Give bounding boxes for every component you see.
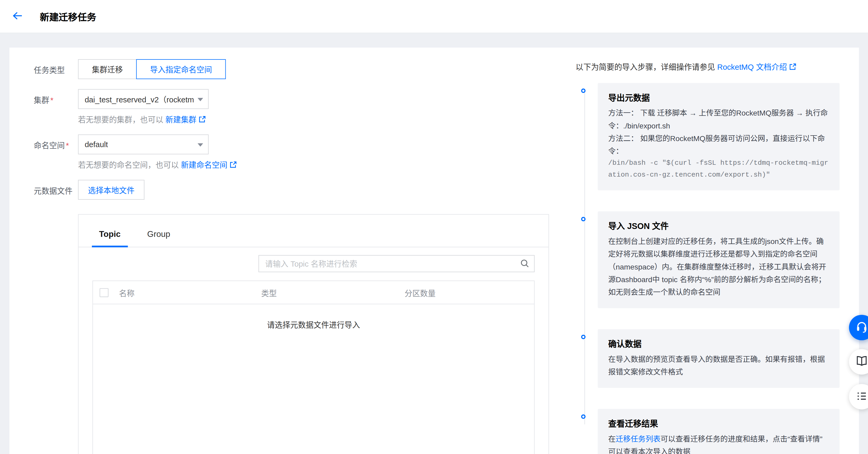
- task-type-segmented-control: 集群迁移 导入指定命名空间: [78, 59, 550, 79]
- step-confirm-data: 确认数据 在导入数据的预览页查看导入的数据是否正确。如果有报错，根据报错文案修改…: [576, 329, 840, 388]
- required-mark: *: [50, 96, 53, 105]
- table-header-row: 名称 类型 分区数量: [93, 281, 534, 304]
- cluster-helper-text: 若无想要的集群，也可以 新建集群: [78, 114, 550, 125]
- step-title: 确认数据: [608, 337, 829, 349]
- chevron-down-icon: [197, 143, 203, 147]
- page-background: 任务类型 集群迁移 导入指定命名空间: [0, 33, 868, 454]
- namespace-helper-text: 若无想要的命名空间，也可以 新建命名空间: [78, 159, 550, 170]
- external-link-icon: [198, 115, 206, 122]
- import-steps-guide: 以下为简要的导入步骤，详细操作请参见 RocketMQ 文档介绍: [576, 61, 840, 454]
- rocketmq-docs-link[interactable]: RocketMQ 文档介绍: [717, 61, 787, 72]
- step-import-json: 导入 JSON 文件 在控制台上创建对应的迁移任务，将工具生成的json文件上传…: [576, 212, 840, 308]
- arrow-left-icon: [13, 11, 22, 21]
- task-type-option-cluster-migration[interactable]: 集群迁移: [78, 59, 137, 79]
- book-icon: [855, 354, 868, 369]
- cluster-select-value: dai_test_reserved_v2（rocketm: [85, 93, 194, 104]
- tab-topic[interactable]: Topic: [92, 229, 128, 247]
- column-header-type: 类型: [261, 287, 404, 298]
- timeline-dot-icon: [581, 89, 586, 93]
- timeline-dot-icon: [581, 217, 586, 221]
- migration-task-list-link[interactable]: 迁移任务列表: [616, 435, 660, 443]
- step-box: 确认数据 在导入数据的预览页查看导入的数据是否正确。如果有报错，根据报错文案修改…: [598, 329, 840, 388]
- step-export-metadata: 导出元数据 方法一： 下载 迁移脚本 → 上传至您的RocketMQ服务器 → …: [576, 83, 840, 190]
- create-namespace-link[interactable]: 新建命名空间: [181, 159, 227, 170]
- top-bar: 新建迁移任务: [0, 0, 868, 33]
- choose-local-file-button[interactable]: 选择本地文件: [78, 180, 144, 200]
- namespace-label: 命名空间*: [34, 134, 78, 170]
- tab-group[interactable]: Group: [140, 229, 178, 247]
- guide-intro: 以下为简要的导入步骤，详细操作请参见 RocketMQ 文档介绍: [576, 61, 840, 72]
- task-type-label: 任务类型: [34, 59, 78, 79]
- required-mark: *: [66, 141, 69, 150]
- search-box: [258, 255, 535, 272]
- step-body: 在导入数据的预览页查看导入的数据是否正确。如果有报错，根据报错文案修改文件格式: [608, 353, 829, 379]
- search-icon[interactable]: [520, 259, 529, 269]
- task-type-row: 任务类型 集群迁移 导入指定命名空间: [34, 59, 550, 79]
- search-row: [79, 248, 549, 272]
- step-box: 导出元数据 方法一： 下载 迁移脚本 → 上传至您的RocketMQ服务器 → …: [598, 83, 840, 190]
- external-link-icon: [789, 63, 796, 70]
- namespace-select[interactable]: default: [78, 134, 209, 155]
- back-button[interactable]: [13, 11, 22, 21]
- step-title: 导出元数据: [608, 91, 829, 103]
- step-view-result: 查看迁移结果 在迁移任务列表可以查看迁移任务的进度和结果，点击“查看详情”可以查…: [576, 409, 840, 454]
- step-box: 查看迁移结果 在迁移任务列表可以查看迁移任务的进度和结果，点击“查看详情”可以查…: [598, 409, 840, 454]
- select-all-checkbox[interactable]: [99, 288, 108, 297]
- topic-search-input[interactable]: [258, 255, 535, 272]
- app-viewport: 新建迁移任务 任务类型 集群迁移 导入指定命名空间: [0, 0, 868, 454]
- shell-command-text: /bin/bash -c "$(curl -fsSL https://tdmq-…: [608, 158, 829, 181]
- namespace-select-value: default: [85, 140, 108, 149]
- metadata-file-label: 元数据文件: [34, 180, 78, 454]
- timeline-dot-icon: [581, 335, 586, 339]
- namespace-row: 命名空间* default 若无想要的命名空间，也可以 新建命名空间: [34, 134, 550, 170]
- preview-tabs: Topic Group: [79, 215, 549, 248]
- chevron-down-icon: [197, 98, 203, 101]
- column-header-name: 名称: [119, 287, 261, 298]
- cluster-label: 集群*: [34, 89, 78, 125]
- step-title: 导入 JSON 文件: [608, 220, 829, 231]
- step-body: 在迁移任务列表可以查看迁移任务的进度和结果，点击“查看详情”可以查看本次导入的数…: [608, 433, 829, 454]
- task-type-option-import-namespace[interactable]: 导入指定命名空间: [136, 59, 226, 79]
- import-preview-panel: Topic Group: [78, 214, 549, 454]
- headset-icon: [855, 320, 868, 335]
- cluster-select[interactable]: dai_test_reserved_v2（rocketm: [78, 89, 209, 109]
- topic-table: 名称 类型 分区数量 请选择元数据文件进行导入: [92, 281, 535, 454]
- step-box: 导入 JSON 文件 在控制台上创建对应的迁移任务，将工具生成的json文件上传…: [598, 212, 840, 308]
- empty-state-text: 请选择元数据文件进行导入: [93, 319, 534, 330]
- step-title: 查看迁移结果: [608, 417, 829, 429]
- step-body: 在控制台上创建对应的迁移任务，将工具生成的json文件上传。确定好将元数据以集群…: [608, 235, 829, 299]
- timeline-dot-icon: [581, 415, 586, 419]
- external-link-icon: [229, 161, 237, 168]
- column-header-partitions: 分区数量: [405, 287, 534, 298]
- main-card: 任务类型 集群迁移 导入指定命名空间: [9, 47, 859, 454]
- cluster-row: 集群* dai_test_reserved_v2（rocketm 若无想要的集群…: [34, 89, 550, 125]
- page-title: 新建迁移任务: [40, 9, 96, 24]
- migration-form: 任务类型 集群迁移 导入指定命名空间: [34, 59, 550, 454]
- list-lines-icon: [856, 390, 868, 404]
- step-body: 方法一： 下载 迁移脚本 → 上传至您的RocketMQ服务器 → 执行命令：.…: [608, 107, 829, 181]
- create-cluster-link[interactable]: 新建集群: [165, 114, 196, 125]
- steps-timeline: 导出元数据 方法一： 下载 迁移脚本 → 上传至您的RocketMQ服务器 → …: [576, 83, 840, 454]
- metadata-file-row: 元数据文件 选择本地文件 Topic Group: [34, 180, 550, 454]
